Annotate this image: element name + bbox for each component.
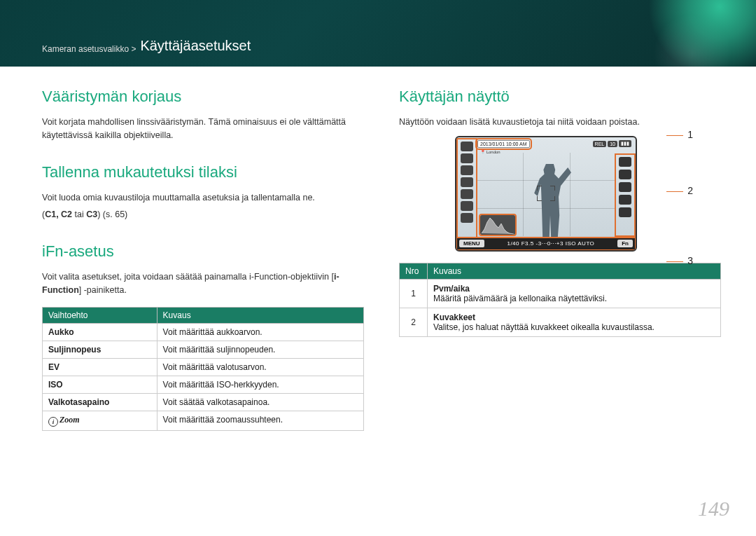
section-user-display-body: Näyttöön voidaan lisätä kuvaustietoja ta…: [399, 116, 721, 129]
metering-icon: [461, 153, 473, 163]
table-row: ISOVoit määrittää ISO-herkkyyden.: [43, 376, 364, 393]
breadcrumb: Kameran asetusvalikko >: [42, 44, 136, 54]
i-zoom-icon: i: [48, 417, 58, 427]
smart-range-icon: [619, 207, 631, 217]
section-distortion-title: Vääristymän korjaus: [42, 88, 364, 106]
callout-1: 1: [687, 129, 693, 140]
fn-button[interactable]: Fn: [617, 240, 633, 247]
af-icon: [461, 189, 473, 199]
section-user-display-title: Käyttäjän näyttö: [399, 88, 721, 106]
drive-icon: [461, 177, 473, 187]
table-row: iZoom Voit määrittää zoomaussuhteen.: [43, 411, 364, 430]
mode-icon: [461, 142, 473, 151]
table-row: 1 Pvm/aikaMääritä päivämäärä ja kellonai…: [400, 279, 721, 308]
page-header: Kameran asetusvalikko > Käyttäjäasetukse…: [0, 0, 756, 67]
histogram-overlay: [480, 215, 515, 235]
picture-wizard-icon: [619, 182, 631, 192]
table-row: SuljinnopeusVoit määrittää suljinnopeude…: [43, 341, 364, 358]
table-row: ValkotasapainoVoit säätää valkotasapaino…: [43, 393, 364, 411]
bottom-info-bar: MENU 1/40 F3.5 -3···0···+3 ISO AUTO Fn: [456, 238, 636, 250]
page-number: 149: [698, 497, 729, 521]
section-custom-mode-title: Tallenna mukautetuksi tilaksi: [42, 163, 364, 181]
menu-button[interactable]: MENU: [459, 240, 484, 247]
color-space-icon: [619, 195, 631, 205]
section-ifn-body: Voit valita asetukset, joita voidaan sää…: [42, 270, 364, 297]
quality-icon: [461, 201, 473, 211]
section-custom-mode-body1: Voit luoda omia kuvaustiloja muuttamalla…: [42, 191, 364, 205]
timestamp-overlay: 2013/01/01 10:00 AM: [477, 140, 530, 148]
shots-remaining: 10: [608, 141, 617, 147]
callout-3: 3: [687, 255, 693, 266]
camera-lcd: 2013/01/01 10:00 AM REL 10 ▮▮▮ 📍 London: [455, 136, 637, 252]
section-distortion-body: Voit korjata mahdollisen linssivääristym…: [42, 116, 364, 142]
flash-comp-icon: [619, 157, 631, 167]
section-custom-mode-body2: (C1, C2 tai C3) (s. 65): [42, 208, 364, 221]
th-option: Vaihtoehto: [43, 307, 158, 323]
focus-square-icon: [537, 186, 555, 201]
callout-description-table: Nro Kuvaus 1 Pvm/aikaMääritä päivämäärä …: [399, 263, 721, 337]
table-row: AukkoVoit määrittää aukkoarvon.: [43, 323, 364, 341]
th-description: Kuvaus: [157, 307, 363, 323]
left-column: Vääristymän korjaus Voit korjata mahdoll…: [42, 88, 364, 431]
ifn-options-table: Vaihtoehto Kuvaus AukkoVoit määrittää au…: [42, 307, 364, 431]
exposure-info: 1/40 F3.5 -3···0···+3 ISO AUTO: [484, 240, 618, 247]
camera-screen-figure: 1 2 3 2013/01/01 10:00 AM REL: [455, 136, 665, 252]
callout-2: 2: [687, 185, 693, 196]
page-title: Käyttäjäasetukset: [140, 38, 251, 54]
right-column: Käyttäjän näyttö Näyttöön voidaan lisätä…: [399, 88, 721, 431]
rel-badge: REL: [593, 141, 607, 147]
size-icon: [461, 213, 473, 223]
wb-icon: [619, 170, 631, 179]
table-row: 2 KuvakkeetValitse, jos haluat näyttää k…: [400, 308, 721, 336]
battery-icon: ▮▮▮: [619, 140, 631, 147]
left-icon-strip: [458, 140, 475, 236]
right-icon-strip: [617, 156, 634, 235]
flash-icon: [461, 165, 473, 175]
th-nro: Nro: [400, 263, 428, 279]
th-kuvaus: Kuvaus: [428, 263, 721, 279]
table-row: EVVoit määrittää valotusarvon.: [43, 358, 364, 376]
section-ifn-title: iFn-asetus: [42, 242, 364, 261]
